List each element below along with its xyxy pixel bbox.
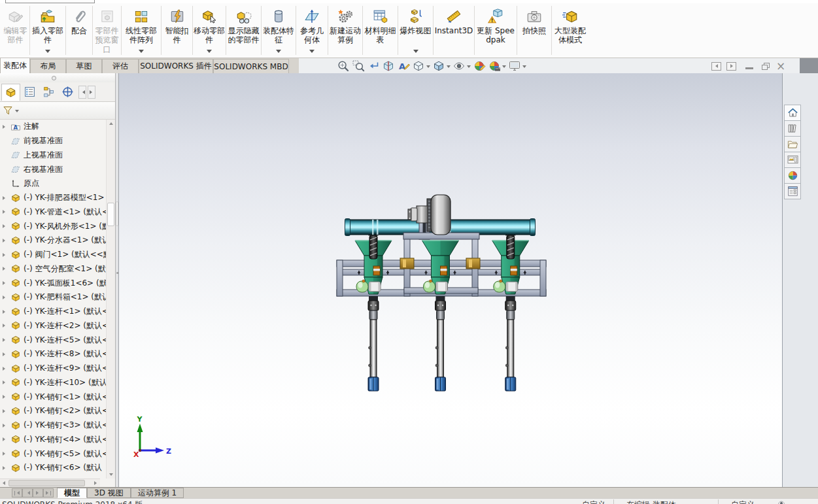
tree-item[interactable]: 前视基准面 xyxy=(0,134,106,148)
ribbon-button-motion-study[interactable]: 新建运动算例 xyxy=(328,3,362,58)
previous-frame-button[interactable] xyxy=(22,488,33,497)
ribbon-button-reference-geometry[interactable]: 参考几何体 xyxy=(296,3,328,58)
ribbon-button-mate[interactable]: 配合 xyxy=(66,3,92,58)
tree-vertical-scrollbar[interactable] xyxy=(106,120,115,479)
expander-icon[interactable] xyxy=(0,333,7,347)
collapse-pane-right-button[interactable] xyxy=(726,62,736,71)
ribbon-button-speedpak[interactable]: 更新 Speedpak xyxy=(475,3,517,58)
expander-icon[interactable] xyxy=(0,233,7,248)
status-eye-icon[interactable] xyxy=(777,499,786,504)
tree-component-row[interactable]: (-) YK-分水器<1> (默认 xyxy=(0,233,106,248)
tree-component-row[interactable]: (-) 空气分配室<1> (默认 xyxy=(0,262,106,277)
expander-icon[interactable] xyxy=(0,219,7,233)
expander-icon[interactable] xyxy=(0,390,7,404)
next-frame-button[interactable] xyxy=(33,488,43,497)
dropdown-caret-icon[interactable] xyxy=(522,65,526,70)
ribbon-button-move-component[interactable]: 移动零部件 xyxy=(193,3,226,58)
close-button[interactable]: × xyxy=(776,59,785,73)
assembly-model-canvas[interactable]: X Y Z xyxy=(119,73,782,487)
dimxpert-tab[interactable] xyxy=(58,84,77,101)
tree-horizontal-scrollbar[interactable] xyxy=(0,479,100,487)
expander-icon[interactable] xyxy=(0,262,7,277)
command-tab-0[interactable]: 装配体 xyxy=(0,58,30,74)
fm-tab-scroll-right[interactable] xyxy=(88,86,95,99)
tree-item[interactable]: 右视基准面 xyxy=(0,162,106,176)
ribbon-button-smart-fasteners[interactable]: 智能扣件 xyxy=(162,3,192,58)
scroll-up-arrow[interactable] xyxy=(107,120,115,127)
command-tab-4[interactable]: SOLIDWORKS 插件 xyxy=(139,59,213,74)
ribbon-button-insert-component[interactable]: 插入零部件 xyxy=(30,3,65,58)
previous-view-button[interactable] xyxy=(367,59,380,73)
dropdown-caret-icon[interactable] xyxy=(426,65,430,70)
expander-icon[interactable] xyxy=(0,191,7,205)
ribbon-button-snapshot[interactable]: 拍快照 xyxy=(517,3,551,58)
expander-icon[interactable] xyxy=(0,205,7,220)
dropdown-caret-icon[interactable] xyxy=(207,50,212,56)
dropdown-caret-icon[interactable] xyxy=(309,50,315,56)
tree-component-row[interactable]: (-) YK-销钉<4> (默认< xyxy=(0,433,106,447)
tree-component-row[interactable]: (-) 阀门<1> (默认<<默 xyxy=(0,248,106,262)
command-tab-5[interactable]: SOLIDWORKS MBD xyxy=(213,59,289,74)
scrollbar-thumb[interactable] xyxy=(9,480,85,486)
view-settings-button[interactable] xyxy=(508,59,526,73)
tree-component-row[interactable]: (-) YK-连杆<2> (默认< xyxy=(0,319,106,333)
expander-icon[interactable] xyxy=(0,120,7,134)
expander-icon[interactable] xyxy=(0,361,7,376)
minimize-button[interactable] xyxy=(745,67,753,69)
dropdown-caret-icon[interactable] xyxy=(45,50,50,56)
expander-icon[interactable] xyxy=(0,248,7,262)
tree-component-row[interactable]: (-) YK-连杆<1> (默认< xyxy=(0,305,106,319)
status-custom-label[interactable]: 自定义 xyxy=(731,499,755,504)
graphics-viewport[interactable]: X Y Z xyxy=(119,73,782,487)
design-library-tab[interactable] xyxy=(784,120,801,137)
apply-scene-button[interactable] xyxy=(488,59,506,73)
scroll-right-arrow[interactable] xyxy=(92,479,99,487)
tree-component-row[interactable]: (-) YK-肥料箱<1> (默认 xyxy=(0,290,106,305)
tree-component-row[interactable]: (-) YK-销钉<1> (默认< xyxy=(0,390,106,404)
restore-button[interactable] xyxy=(762,63,770,70)
dropdown-caret-icon[interactable] xyxy=(467,65,471,70)
study-tab-2[interactable]: 运动算例 1 xyxy=(131,488,184,498)
propertymanager-tab[interactable] xyxy=(20,84,39,101)
tree-item[interactable]: 原点 xyxy=(0,176,106,191)
ribbon-button-assembly-features[interactable]: 装配体特征 xyxy=(262,3,296,58)
tree-component-row[interactable]: (-) YK-连杆<9> (默认< xyxy=(0,361,106,376)
annotation-visibility-button[interactable] xyxy=(397,59,410,73)
tree-component-row[interactable]: (-) YK-销钉<3> (默认< xyxy=(0,418,106,433)
command-tab-1[interactable]: 布局 xyxy=(30,59,66,74)
tree-component-row[interactable]: (-) YK-连杆<10> (默认 xyxy=(0,376,106,390)
display-style-button[interactable] xyxy=(432,59,451,73)
dropdown-caret-icon[interactable] xyxy=(502,65,506,70)
edit-appearance-button[interactable] xyxy=(473,59,486,73)
command-tab-3[interactable]: 评估 xyxy=(102,59,139,74)
home-tab[interactable] xyxy=(784,105,801,121)
zoom-fit-button[interactable] xyxy=(337,59,350,73)
ribbon-button-instant3d[interactable]: Instant3D xyxy=(434,3,474,58)
view-palette-tab[interactable] xyxy=(784,152,801,168)
filter-dropdown-caret[interactable] xyxy=(15,110,19,114)
fm-tab-scroll-left[interactable] xyxy=(78,86,86,99)
dropdown-caret-icon[interactable] xyxy=(447,65,451,70)
file-explorer-tab[interactable] xyxy=(784,136,801,152)
zoom-area-button[interactable] xyxy=(352,59,365,73)
first-frame-button[interactable] xyxy=(12,488,22,497)
panel-grip[interactable] xyxy=(0,73,115,82)
scroll-left-arrow[interactable] xyxy=(0,479,8,487)
tree-component-row[interactable]: (-) YK-排肥器模型<1> xyxy=(0,191,106,205)
expander-icon[interactable] xyxy=(0,347,7,361)
expander-icon[interactable] xyxy=(0,433,7,447)
tree-component-row[interactable]: (-) YK-销钉<6> (默认 xyxy=(0,461,106,475)
expander-icon[interactable] xyxy=(0,319,7,333)
tree-component-row[interactable]: (-) YK-弧面板1<6> (默 xyxy=(0,276,106,290)
expander-icon[interactable] xyxy=(0,276,7,290)
ribbon-button-linear-pattern[interactable]: 线性零部件阵列 xyxy=(122,3,161,58)
featuremanager-tab[interactable] xyxy=(1,84,20,101)
appearances-tab[interactable] xyxy=(784,167,801,184)
study-tab-1[interactable]: 3D 视图 xyxy=(87,488,131,498)
scroll-down-arrow[interactable] xyxy=(107,471,115,479)
collapse-pane-left-button[interactable] xyxy=(711,62,721,71)
last-frame-button[interactable] xyxy=(43,488,54,497)
dropdown-caret-icon[interactable] xyxy=(276,50,281,56)
tree-component-row[interactable]: (-) YK-销钉<2> (默认< xyxy=(0,404,106,418)
expander-icon[interactable] xyxy=(0,418,7,433)
